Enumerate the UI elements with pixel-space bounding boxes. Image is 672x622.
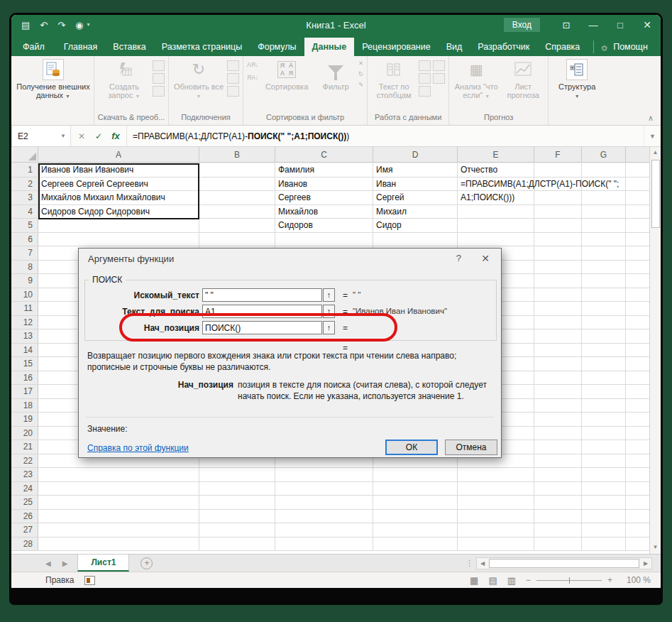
maximize-button[interactable]: □ [607, 15, 634, 35]
cell-B6[interactable] [199, 233, 275, 247]
cell-G13[interactable] [582, 329, 626, 344]
zoom-in-icon[interactable]: + [607, 575, 612, 585]
cell-G12[interactable] [582, 316, 626, 330]
undo-icon[interactable]: ↶ [40, 21, 48, 30]
cell-G20[interactable] [582, 427, 626, 441]
from-table-icon[interactable] [153, 73, 165, 84]
tab-page-layout[interactable]: Разметка страницы [154, 38, 250, 56]
expand-formula-bar-icon[interactable]: ▼ [644, 126, 661, 146]
cell-F15[interactable] [534, 357, 582, 371]
function-help-link[interactable]: Справка по этой функции [87, 443, 189, 453]
cell-C23[interactable] [275, 468, 373, 482]
cell-G26[interactable] [582, 510, 626, 524]
cell-F16[interactable] [534, 371, 582, 386]
cell-C26[interactable] [275, 510, 373, 524]
cell-B2[interactable] [199, 178, 275, 192]
collapse-ribbon-icon[interactable]: ∧ [648, 114, 654, 123]
cell-D27[interactable] [373, 523, 458, 538]
cell-F14[interactable] [534, 344, 582, 358]
cell-A27[interactable] [38, 523, 199, 538]
cell-F11[interactable] [534, 302, 582, 316]
cell-F23[interactable] [534, 468, 582, 482]
horizontal-scroll-thumb[interactable] [489, 559, 639, 568]
close-button[interactable]: ✕ [634, 15, 661, 35]
cell-B27[interactable] [199, 523, 275, 538]
cell-G16[interactable] [582, 371, 626, 386]
column-header-F[interactable]: F [534, 147, 582, 163]
cell-B25[interactable] [199, 496, 275, 510]
cell-G15[interactable] [582, 357, 626, 371]
tab-data[interactable]: Данные [304, 38, 355, 56]
sheet-tab-list1[interactable]: Лист1 [77, 555, 129, 572]
cancel-button[interactable]: Отмена [445, 440, 497, 455]
cell-F28[interactable] [534, 538, 582, 552]
tab-review[interactable]: Рецензирование [354, 38, 439, 56]
cell-G1[interactable] [582, 163, 626, 178]
cell-D24[interactable] [373, 482, 458, 496]
cell-F3[interactable] [534, 191, 582, 205]
cell-F8[interactable] [534, 261, 582, 275]
tab-insert[interactable]: Вставка [105, 38, 153, 56]
filter-button[interactable]: Фильтр [315, 59, 356, 91]
cell-A26[interactable] [38, 510, 199, 524]
scroll-left-icon[interactable]: ◀ [477, 560, 488, 567]
clear-filter-icon[interactable]: ✕ [358, 60, 363, 67]
cell-B4[interactable] [199, 205, 275, 219]
cell-F5[interactable] [534, 219, 582, 233]
cell-B24[interactable] [199, 482, 275, 496]
cell-F17[interactable] [534, 385, 582, 399]
cell-F25[interactable] [534, 496, 582, 510]
cell-A5[interactable] [38, 219, 199, 233]
cell-G5[interactable] [582, 219, 626, 233]
cell-E26[interactable] [458, 510, 534, 524]
vertical-scroll-thumb[interactable] [651, 160, 660, 228]
tell-me-label[interactable]: Помощн [613, 42, 648, 52]
cell-D2[interactable]: Иван [373, 178, 458, 192]
cell-G14[interactable] [582, 344, 626, 358]
get-external-data-button[interactable]: Получение внешних данных ▼ [16, 59, 90, 101]
column-header-G[interactable]: G [582, 147, 626, 163]
cell-B1[interactable] [199, 163, 275, 178]
cell-G9[interactable] [582, 274, 626, 288]
cell-C3[interactable]: Сергеев [275, 191, 373, 205]
row-header-5[interactable]: 5 [11, 219, 38, 233]
cell-D4[interactable]: Михаил [373, 205, 458, 219]
cell-F13[interactable] [534, 329, 582, 344]
page-layout-view-icon[interactable]: ▤ [488, 575, 497, 586]
column-header-C[interactable]: C [275, 147, 373, 163]
remove-duplicates-icon[interactable] [419, 73, 431, 84]
row-header-21[interactable]: 21 [11, 440, 38, 454]
sort-az-icon[interactable]: АЯ↓ [247, 62, 258, 68]
cell-A4[interactable]: Сидоров Сидор Сидорович [38, 205, 199, 219]
cell-C5[interactable]: Сидоров [275, 219, 373, 233]
tab-file[interactable]: Файл [11, 38, 56, 56]
cell-G10[interactable] [582, 288, 626, 302]
cell-F24[interactable] [534, 482, 582, 496]
cell-E5[interactable] [458, 219, 534, 233]
connections-icon[interactable] [227, 60, 239, 71]
name-box[interactable]: E2 ▼ [11, 126, 71, 146]
tab-help[interactable]: Справка [537, 38, 588, 56]
cell-G17[interactable] [582, 385, 626, 399]
dialog-title-bar[interactable]: Аргументы функции ? ✕ [79, 249, 501, 267]
cell-F10[interactable] [534, 288, 582, 302]
cell-C2[interactable]: Иванов [275, 178, 373, 192]
cell-D5[interactable]: Сидор [373, 219, 458, 233]
sort-za-icon[interactable]: ЯА↓ [247, 75, 258, 81]
cell-A1[interactable]: Иванов Иван Иванович [38, 163, 199, 178]
scroll-up-icon[interactable]: ▲ [650, 147, 661, 159]
cell-F26[interactable] [534, 510, 582, 524]
horizontal-scrollbar[interactable]: ◀ ▶ [476, 557, 652, 569]
cell-C28[interactable] [275, 538, 373, 552]
cell-G21[interactable] [582, 440, 626, 454]
zoom-slider[interactable] [536, 580, 602, 581]
arg1-input[interactable] [202, 288, 322, 302]
cell-E24[interactable] [458, 482, 534, 496]
arg2-input[interactable] [202, 305, 322, 318]
prev-sheet-icon[interactable]: ◀ [45, 560, 51, 567]
cell-A28[interactable] [38, 538, 199, 552]
next-sheet-icon[interactable]: ▶ [62, 560, 68, 567]
reapply-filter-icon[interactable]: ↻ [358, 71, 363, 77]
cell-B5[interactable] [199, 219, 275, 233]
insert-function-icon[interactable]: fx [108, 131, 123, 141]
